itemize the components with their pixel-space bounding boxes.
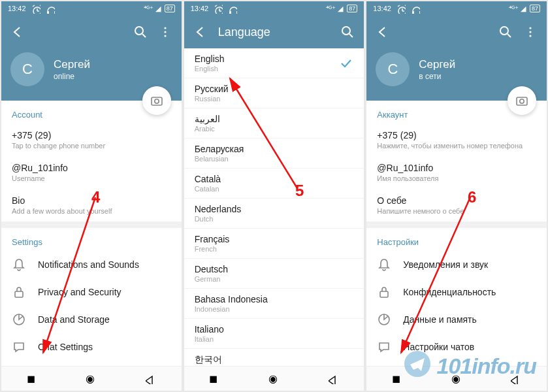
settings-row[interactable]: Данные и память (366, 306, 547, 333)
signal-icon: ⁴ᴳ⁺ ◢ (326, 5, 343, 13)
alarm-icon (395, 3, 406, 14)
settings-row[interactable]: Notifications and Sounds (1, 251, 182, 278)
header: Language (184, 16, 364, 48)
language-row[interactable]: العربيةArabic (184, 108, 364, 139)
settings-label: Уведомления и звук (403, 259, 536, 270)
bio-row[interactable]: О себеНапишите немного о себе (366, 189, 547, 221)
more-button[interactable] (158, 25, 172, 39)
language-row[interactable]: ItalianoItalian (184, 319, 364, 349)
nav-recent[interactable]: ◼ (209, 372, 218, 385)
language-row[interactable]: 한국어Korean (184, 349, 364, 366)
language-native: Bahasa Indonesia (195, 294, 354, 304)
settings-label: Настройки чатов (403, 342, 536, 352)
nav-back[interactable] (146, 374, 156, 384)
settings-row[interactable]: Data and Storage (1, 306, 182, 333)
lock-icon (12, 285, 26, 299)
language-list: EnglishEnglishРусскийRussianالعربيةArabi… (184, 48, 364, 366)
language-english: Catalan (195, 185, 354, 193)
settings-row[interactable]: Настройки чатов (366, 333, 547, 361)
language-english: Belarusian (195, 155, 354, 163)
nav-back[interactable] (511, 374, 521, 384)
search-button[interactable] (498, 25, 513, 39)
headphones-icon (227, 3, 237, 14)
screen-1-settings-en: 13:42 ⁴ᴳ⁺ ◢ 87 C Сергей online Account +… (1, 1, 182, 391)
phone-row[interactable]: +375 (29)Нажмите, чтобы изменить номер т… (366, 123, 547, 156)
settings-label: Данные и память (403, 314, 536, 325)
language-english: German (195, 275, 354, 283)
profile-status: в сети (419, 72, 455, 81)
language-english: Indonesian (195, 305, 354, 313)
language-native: 한국어 (195, 354, 354, 366)
language-row[interactable]: FrançaisFrench (184, 229, 364, 259)
language-native: Italiano (195, 324, 354, 335)
nav-home[interactable]: ◉ (86, 372, 95, 385)
language-english: English (195, 65, 340, 73)
language-native: Català (195, 174, 354, 184)
section-settings: Настройки (366, 228, 547, 251)
username-row[interactable]: @Ru_101infoUsername (1, 156, 182, 189)
language-row[interactable]: РусскийRussian (184, 78, 364, 108)
status-time: 13:42 (191, 5, 209, 12)
language-english: French (195, 245, 354, 253)
settings-row[interactable]: Папки (366, 361, 547, 366)
language-native: Deutsch (195, 264, 354, 274)
username-row[interactable]: @Ru_101infoИмя пользователя (366, 156, 547, 189)
nav-back[interactable] (329, 374, 339, 384)
statusbar: 13:42 ⁴ᴳ⁺ ◢ 87 (184, 1, 364, 16)
camera-button[interactable] (142, 86, 171, 115)
language-native: English (195, 54, 340, 64)
nav-recent[interactable]: ◼ (392, 372, 400, 385)
back-button[interactable] (376, 25, 390, 39)
android-navbar: ◼ ◉ (366, 366, 547, 391)
language-native: العربية (195, 114, 354, 124)
chat-icon (377, 340, 391, 354)
screen-2-language-list: 13:42 ⁴ᴳ⁺ ◢ 87 Language EnglishEnglishРу… (184, 1, 364, 391)
language-native: Беларуская (195, 144, 354, 154)
camera-button[interactable] (508, 86, 536, 115)
settings-row[interactable]: Chat Settings (1, 333, 182, 361)
more-button[interactable] (523, 25, 538, 39)
settings-row[interactable]: Folders (1, 361, 182, 366)
android-navbar: ◼ ◉ (184, 366, 364, 391)
search-button[interactable] (133, 25, 148, 39)
header (366, 16, 547, 48)
settings-row[interactable]: Privacy and Security (1, 278, 182, 306)
profile-status: online (54, 72, 90, 81)
avatar[interactable]: C (376, 52, 410, 86)
back-button[interactable] (193, 25, 208, 39)
nav-home[interactable]: ◉ (268, 372, 278, 385)
pie-icon (377, 312, 391, 327)
language-row[interactable]: CatalàCatalan (184, 169, 364, 199)
nav-home[interactable]: ◉ (451, 372, 460, 385)
signal-icon: ⁴ᴳ⁺ ◢ (509, 5, 526, 13)
bio-row[interactable]: BioAdd a few words about yourself (1, 189, 182, 221)
settings-label: Chat Settings (38, 342, 171, 352)
nav-recent[interactable]: ◼ (27, 372, 35, 385)
section-settings: Settings (1, 228, 182, 251)
status-time: 13:42 (373, 5, 391, 12)
profile-name: Сергей (54, 58, 90, 71)
language-row[interactable]: БеларускаяBelarusian (184, 139, 364, 169)
phone-row[interactable]: +375 (29)Tap to change phone number (1, 123, 182, 156)
avatar[interactable]: C (10, 52, 44, 86)
settings-row[interactable]: Конфиденциальность (366, 278, 547, 306)
settings-row[interactable]: Уведомления и звук (366, 251, 547, 278)
language-row[interactable]: Bahasa IndonesiaIndonesian (184, 289, 364, 319)
check-icon (339, 56, 353, 71)
content: Account +375 (29)Tap to change phone num… (1, 101, 182, 366)
search-button[interactable] (340, 25, 355, 39)
settings-label: Конфиденциальность (403, 287, 536, 297)
settings-label: Notifications and Sounds (38, 259, 171, 270)
lock-icon (377, 285, 391, 299)
language-row[interactable]: EnglishEnglish (184, 48, 364, 78)
bell-icon (12, 257, 26, 272)
battery-icon: 87 (165, 5, 175, 12)
language-english: Arabic (195, 125, 354, 133)
back-button[interactable] (10, 25, 25, 39)
statusbar: 13:42 ⁴ᴳ⁺ ◢ 87 (366, 1, 547, 16)
page-title: Language (218, 25, 330, 39)
language-row[interactable]: NederlandsDutch (184, 199, 364, 229)
language-row[interactable]: DeutschGerman (184, 259, 364, 289)
profile-header: C Сергей online (1, 48, 182, 101)
language-native: Français (195, 234, 354, 244)
